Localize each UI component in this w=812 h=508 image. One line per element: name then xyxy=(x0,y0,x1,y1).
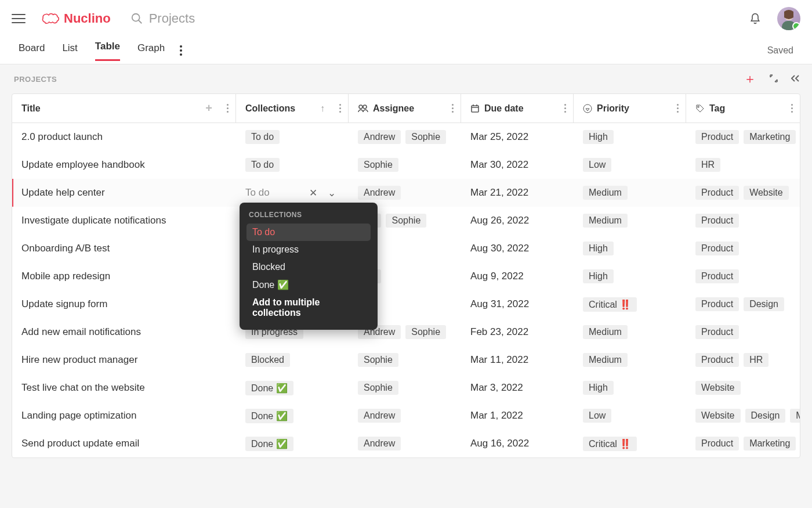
cell-due-date[interactable]: Mar 1, 2022 xyxy=(461,410,574,421)
cell-due-date[interactable]: Aug 26, 2022 xyxy=(461,215,574,226)
cell-title[interactable]: Mobile app redesign xyxy=(12,271,236,282)
cell-collection[interactable]: Done ✅ xyxy=(236,381,349,395)
col-priority[interactable]: Priority xyxy=(574,94,686,123)
menu-icon[interactable] xyxy=(12,12,26,26)
cell-collection[interactable]: Done ✅ xyxy=(236,437,349,451)
cell-due-date[interactable]: Aug 16, 2022 xyxy=(461,438,574,449)
tab-graph[interactable]: Graph xyxy=(137,42,165,61)
cell-due-date[interactable]: Aug 30, 2022 xyxy=(461,243,574,254)
hide-panel-icon[interactable] xyxy=(791,74,800,84)
collapse-icon[interactable] xyxy=(769,74,778,85)
col-menu-icon[interactable] xyxy=(339,104,341,113)
cell-title[interactable]: Onboarding A/B test xyxy=(12,243,236,254)
table-row[interactable]: Update signup formTo doieAug 31, 2022Cri… xyxy=(12,290,800,318)
cell-tags[interactable]: ProductWebsite xyxy=(686,186,800,200)
table-row[interactable]: Test live chat on the websiteDone ✅Sophi… xyxy=(12,374,800,402)
cell-due-date[interactable]: Mar 21, 2022 xyxy=(461,187,574,199)
add-column-icon[interactable]: + xyxy=(205,102,212,115)
col-title[interactable]: Title + xyxy=(12,94,236,123)
table-row[interactable]: Update employee handbookTo doSophieMar 3… xyxy=(12,151,800,179)
cell-title[interactable]: Landing page optimization xyxy=(12,410,236,421)
cell-collection[interactable]: Blocked xyxy=(236,353,349,367)
table-row[interactable]: Mobile app redesignTo doewAug 9, 2022Hig… xyxy=(12,262,800,290)
dropdown-option[interactable]: To do xyxy=(246,224,371,241)
table-row[interactable]: Add new email notificationsIn progressAn… xyxy=(12,318,800,346)
table-row[interactable]: Landing page optimizationDone ✅AndrewMar… xyxy=(12,402,800,430)
table-row[interactable]: Update help centerTo do✕⌄AndrewMar 21, 2… xyxy=(12,179,800,207)
cell-assignee[interactable]: Sophie xyxy=(349,381,461,395)
cell-due-date[interactable]: Aug 31, 2022 xyxy=(461,298,574,310)
avatar[interactable] xyxy=(777,7,800,30)
table-row[interactable]: Onboarding A/B testTo doieAug 30, 2022Hi… xyxy=(12,235,800,262)
cell-due-date[interactable]: Mar 11, 2022 xyxy=(461,354,574,366)
cell-tags[interactable]: ProductDesign xyxy=(686,297,800,311)
col-menu-icon[interactable] xyxy=(452,104,454,113)
cell-priority[interactable]: High xyxy=(574,130,686,144)
cell-due-date[interactable]: Feb 23, 2022 xyxy=(461,326,574,338)
add-item-icon[interactable]: ＋ xyxy=(744,70,757,88)
table-row[interactable]: 2.0 product launchTo doAndrewSophieMar 2… xyxy=(12,123,800,151)
table-row[interactable]: Investigate duplicate notificationsTo do… xyxy=(12,207,800,235)
cell-tags[interactable]: Website xyxy=(686,381,800,395)
cell-assignee[interactable]: Sophie xyxy=(349,353,461,367)
cell-title[interactable]: Hire new product manager xyxy=(12,354,236,366)
cell-priority[interactable]: High xyxy=(574,269,686,283)
cell-tags[interactable]: HR xyxy=(686,158,800,172)
cell-title[interactable]: 2.0 product launch xyxy=(12,131,236,143)
cell-priority[interactable]: Medium xyxy=(574,325,686,339)
cell-collection[interactable]: To do xyxy=(236,130,349,144)
cell-priority[interactable]: Medium xyxy=(574,186,686,200)
cell-title[interactable]: Add new email notifications xyxy=(12,326,236,338)
tab-table[interactable]: Table xyxy=(95,41,120,61)
clear-icon[interactable]: ✕ xyxy=(309,187,317,199)
cell-tags[interactable]: ProductMarketing xyxy=(686,130,800,144)
collections-dropdown[interactable]: COLLECTIONS To doIn progressBlockedDone … xyxy=(240,203,378,330)
col-collections[interactable]: Collections ↑ xyxy=(236,94,349,123)
col-menu-icon[interactable] xyxy=(564,104,566,113)
col-menu-icon[interactable] xyxy=(227,104,229,113)
tab-board[interactable]: Board xyxy=(19,42,45,61)
col-assignee[interactable]: Assignee xyxy=(349,94,461,123)
cell-tags[interactable]: WebsiteDesignMark xyxy=(686,409,800,423)
cell-assignee[interactable]: AndrewSophie xyxy=(349,130,461,144)
cell-tags[interactable]: ProductMarketing xyxy=(686,437,800,451)
views-more-icon[interactable] xyxy=(180,45,182,56)
cell-priority[interactable]: Critical ‼️ xyxy=(574,297,686,312)
cell-due-date[interactable]: Mar 25, 2022 xyxy=(461,131,574,143)
add-multiple-collections[interactable]: Add to multiple collections xyxy=(246,294,371,322)
cell-title[interactable]: Send product update email xyxy=(12,438,236,449)
table-row[interactable]: Send product update emailDone ✅AndrewAug… xyxy=(12,430,800,457)
cell-assignee[interactable]: Andrew xyxy=(349,186,461,200)
cell-tags[interactable]: Product xyxy=(686,269,800,283)
cell-tags[interactable]: Product xyxy=(686,325,800,339)
chevron-down-icon[interactable]: ⌄ xyxy=(328,187,336,199)
col-menu-icon[interactable] xyxy=(677,104,679,113)
cell-due-date[interactable]: Mar 3, 2022 xyxy=(461,382,574,394)
dropdown-option[interactable]: In progress xyxy=(246,241,371,258)
cell-title[interactable]: Update employee handbook xyxy=(12,159,236,171)
cell-priority[interactable]: Medium xyxy=(574,214,686,228)
cell-title[interactable]: Test live chat on the website xyxy=(12,382,236,394)
col-menu-icon[interactable] xyxy=(791,104,793,113)
cell-assignee[interactable]: Andrew xyxy=(349,437,461,451)
cell-priority[interactable]: Critical ‼️ xyxy=(574,437,686,451)
cell-tags[interactable]: Product xyxy=(686,214,800,228)
cell-assignee[interactable]: Sophie xyxy=(349,158,461,172)
cell-tags[interactable]: ProductHR xyxy=(686,353,800,367)
cell-collection[interactable]: Done ✅ xyxy=(236,409,349,423)
cell-title[interactable]: Investigate duplicate notifications xyxy=(12,215,236,226)
cell-priority[interactable]: Low xyxy=(574,409,686,423)
table-row[interactable]: Hire new product managerBlockedSophieMar… xyxy=(12,346,800,374)
cell-assignee[interactable]: Andrew xyxy=(349,409,461,423)
tab-list[interactable]: List xyxy=(62,42,77,61)
dropdown-option[interactable]: Done ✅ xyxy=(246,276,371,294)
notifications-icon[interactable] xyxy=(749,12,761,25)
cell-priority[interactable]: High xyxy=(574,381,686,395)
col-due-date[interactable]: Due date xyxy=(461,94,574,123)
cell-title[interactable]: Update signup form xyxy=(12,298,236,310)
cell-tags[interactable]: Product xyxy=(686,242,800,255)
sort-asc-icon[interactable]: ↑ xyxy=(320,103,325,114)
cell-priority[interactable]: High xyxy=(574,242,686,255)
cell-priority[interactable]: Medium xyxy=(574,353,686,367)
cell-priority[interactable]: Low xyxy=(574,158,686,172)
